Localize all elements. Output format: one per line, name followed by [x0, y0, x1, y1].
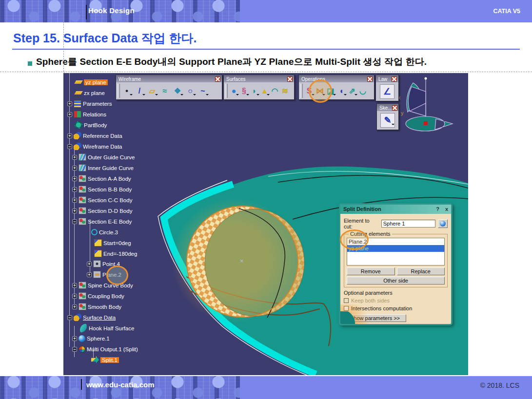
circle-icon[interactable]: ○ [184, 84, 196, 97]
sketch-icon[interactable]: ✎ [380, 113, 395, 128]
expander-icon[interactable]: + [72, 209, 77, 213]
body-icon [79, 186, 86, 193]
replace-button[interactable]: Replace [397, 267, 445, 275]
expander-icon[interactable]: + [72, 166, 77, 171]
tree-item-yz-plane[interactable]: yz plane [67, 78, 108, 86]
tree-item-coupling-body[interactable]: +Coupling Body [72, 292, 124, 300]
tree-item-section-dd-body[interactable]: +Section D-D Body [72, 207, 132, 215]
tree-item-surface-data[interactable]: −Surface Data [67, 313, 116, 322]
expander-icon[interactable]: + [67, 112, 72, 117]
toolbar-sketcher[interactable]: Ske... ✎ [376, 103, 399, 130]
tree-item-split1[interactable]: Split.1 [91, 356, 119, 364]
body-icon [79, 303, 86, 310]
line-icon[interactable]: / [134, 84, 145, 97]
sphere-body[interactable] [205, 209, 304, 316]
tree-item-reference-data[interactable]: +Reference Data [67, 132, 122, 140]
optional-parameters-label: Optional parameters [344, 290, 448, 296]
expander-icon[interactable]: + [72, 155, 77, 160]
guide-curve-icon [79, 164, 86, 171]
blend-icon[interactable]: ◠ [270, 84, 280, 97]
tree-item-hook-half-surface[interactable]: Hook Half Surface [72, 324, 134, 332]
expander-icon[interactable]: + [87, 272, 92, 277]
slide: Hook Design CATIA V5 Step 15. Surface Da… [0, 0, 532, 399]
tree-item-section-aa-body[interactable]: +Section A-A Body [72, 174, 131, 183]
expander-icon[interactable]: − [72, 347, 77, 352]
relations-icon [74, 111, 81, 118]
tree-item-multi-output[interactable]: −Multi Output.1 (Split) [72, 345, 138, 353]
expander-icon[interactable]: + [72, 304, 77, 309]
tree-item-section-bb-body[interactable]: +Section B-B Body [72, 185, 132, 193]
expander-icon[interactable]: + [72, 294, 77, 299]
expander-icon[interactable]: + [87, 262, 92, 266]
expander-icon[interactable]: + [72, 336, 77, 341]
other-side-button[interactable]: Other side [347, 277, 445, 285]
sweep-icon[interactable]: ◗ [249, 84, 259, 97]
toolbar-surfaces[interactable]: Surfaces ● § ◗ ▲ ◠ ≋ [223, 75, 295, 100]
projection-curve-icon[interactable]: ≈ [159, 84, 171, 97]
revolve-icon[interactable]: § [239, 84, 249, 97]
expander-icon[interactable]: − [67, 144, 72, 149]
expander-icon[interactable]: + [72, 187, 77, 192]
tree-item-wireframe-data[interactable]: −Wireframe Data [67, 142, 122, 151]
close-icon[interactable]: x [445, 206, 448, 214]
close-icon[interactable] [367, 76, 373, 82]
step-title: Step 15. Surface Data 작업 한다. [13, 30, 197, 46]
expander-icon[interactable]: − [67, 315, 72, 320]
website-link[interactable]: www.edu-catia.com [86, 380, 154, 389]
tree-item-parameters[interactable]: +Parameters [67, 99, 112, 108]
partbody-gear-icon [75, 121, 82, 129]
body-icon [79, 218, 86, 225]
remove-button[interactable]: Remove [347, 267, 395, 275]
tree-item-start[interactable]: Start=0deg [87, 239, 131, 247]
page-title: Hook Design [88, 6, 135, 15]
tree-item-section-cc-body[interactable]: +Section C-C Body [72, 196, 132, 204]
expander-icon[interactable]: + [67, 101, 72, 106]
point-icon [93, 260, 101, 267]
tree-item-end[interactable]: End=-180deg [87, 249, 137, 258]
tree-item-circle3[interactable]: Circle.3 [91, 228, 118, 236]
ok-button[interactable]: OK [353, 325, 379, 325]
intersection-curve-icon[interactable]: ❖ [172, 84, 183, 97]
cancel-button[interactable]: Cancel [383, 325, 409, 325]
boundary-icon[interactable]: ◖ [336, 84, 347, 97]
tree-item-outer-guide-curve[interactable]: +Outer Guide Curve [72, 153, 135, 161]
expander-icon[interactable]: + [72, 283, 77, 288]
extract-icon[interactable]: ⇗ [347, 84, 357, 97]
tree-item-zx-plane[interactable]: zx plane [67, 89, 105, 97]
expander-icon[interactable]: + [67, 133, 72, 138]
preview-button[interactable]: Preview [413, 325, 439, 325]
close-icon[interactable] [287, 76, 293, 82]
expander-icon[interactable]: + [72, 198, 77, 203]
law-icon[interactable]: ∠ [380, 84, 394, 99]
tree-item-sphere1[interactable]: +Sphere.1 [72, 334, 110, 342]
split-feature-icon [91, 356, 99, 363]
spline-icon[interactable]: ~ [197, 84, 209, 97]
multi-output-button[interactable] [438, 219, 448, 228]
expander-icon[interactable]: + [72, 176, 77, 181]
point-icon[interactable]: • [121, 84, 133, 97]
tree-item-section-ee-body[interactable]: −Section E-E Body [72, 217, 132, 226]
loft-icon[interactable]: ▲ [259, 84, 270, 97]
toolbar-law[interactable]: Law ∠ [375, 75, 399, 101]
dialog-titlebar[interactable]: Split Definition ? x [340, 205, 451, 214]
offset-icon[interactable]: ≋ [280, 84, 290, 97]
toolbar-title: Wireframe [118, 76, 141, 82]
sphere-icon[interactable]: ● [229, 84, 239, 97]
annotation-circle-plane2-list [340, 229, 369, 250]
tree-item-partbody[interactable]: PartBody [67, 121, 107, 129]
expander-icon[interactable]: − [72, 219, 77, 224]
tree-item-inner-guide-curve[interactable]: +Inner Guide Curve [72, 164, 134, 172]
split-definition-dialog[interactable]: Split Definition ? x Element to cut: Sph… [339, 203, 453, 325]
close-icon[interactable] [392, 76, 397, 82]
toolbar-wireframe[interactable]: Wireframe • / ▱ ≈ ❖ ○ ~ [116, 75, 222, 100]
element-to-cut-label: Element to cut: [344, 218, 379, 229]
element-to-cut-field[interactable]: Sphere 1 [381, 220, 436, 228]
close-icon[interactable] [215, 76, 220, 82]
sphere-icon [79, 335, 85, 342]
tree-item-smooth-body[interactable]: +Smooth Body [72, 303, 121, 311]
tree-item-relations[interactable]: +Relations [67, 110, 106, 118]
fillet-icon[interactable]: ◡ [357, 84, 368, 97]
close-icon[interactable] [392, 105, 397, 111]
help-icon[interactable]: ? [436, 206, 439, 214]
plane-icon[interactable]: ▱ [146, 84, 158, 97]
